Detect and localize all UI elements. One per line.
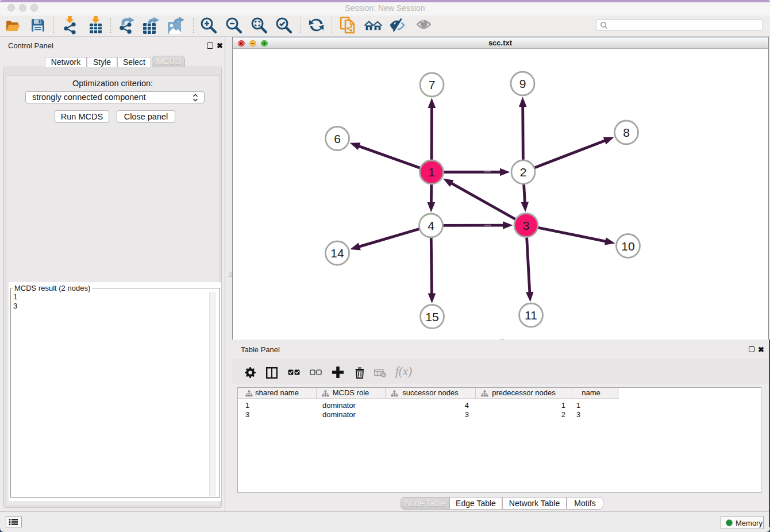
svg-text:7: 7 xyxy=(429,78,436,91)
svg-text:11: 11 xyxy=(525,309,537,322)
svg-text:14: 14 xyxy=(330,246,344,260)
svg-text:15: 15 xyxy=(425,310,438,323)
svg-text:8: 8 xyxy=(623,126,630,139)
svg-text:f(x): f(x) xyxy=(395,366,412,378)
svg-text:3: 3 xyxy=(523,219,530,232)
svg-text:10: 10 xyxy=(621,240,634,253)
svg-text:6: 6 xyxy=(334,132,341,145)
svg-text:9: 9 xyxy=(519,77,526,90)
svg-text:2: 2 xyxy=(520,165,527,179)
svg-text:4: 4 xyxy=(428,219,434,232)
svg-text:1: 1 xyxy=(428,165,435,179)
